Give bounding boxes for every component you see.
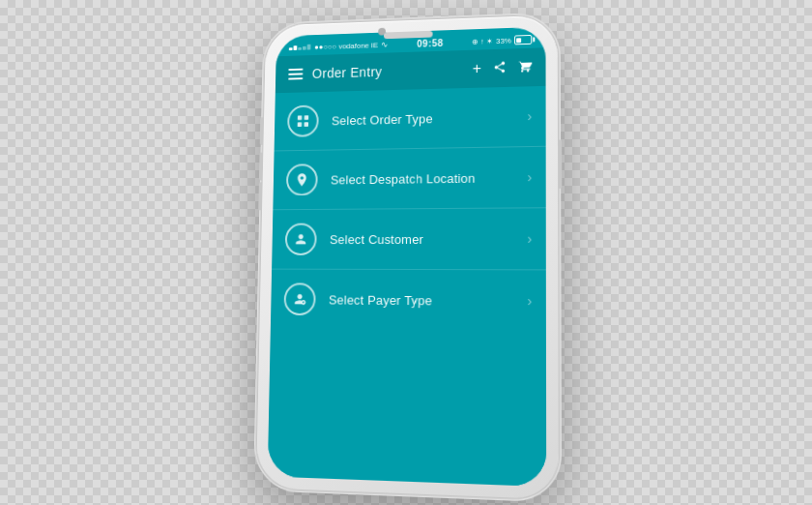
- customer-icon-circle: [285, 223, 317, 255]
- header-right: +: [473, 60, 533, 77]
- menu-item-despatch-location[interactable]: Select Despatch Location ›: [273, 147, 545, 210]
- battery-fill: [517, 38, 521, 43]
- signal-dot-1: [289, 47, 293, 50]
- wifi-icon: ∿: [381, 40, 389, 49]
- screen-content: ●●○○○ vodafone IE ∿ 09:58 ⊕ ↑ ✶ 33% Or: [268, 27, 546, 488]
- hamburger-line-2: [288, 73, 303, 74]
- menu-item-payer-type[interactable]: Select Payer Type ›: [271, 270, 546, 333]
- app-title: Order Entry: [312, 64, 383, 80]
- menu-button[interactable]: [288, 69, 303, 80]
- despatch-icon-circle: [286, 163, 318, 195]
- menu-item-customer[interactable]: Select Customer ›: [272, 208, 546, 270]
- share-button[interactable]: [493, 60, 507, 75]
- battery-pct-label: 33%: [496, 36, 511, 45]
- cart-button[interactable]: [518, 60, 532, 75]
- hamburger-line-1: [288, 69, 303, 71]
- signal-dot-3: [298, 47, 302, 50]
- svg-rect-3: [304, 122, 309, 127]
- person-badge-icon: [292, 291, 307, 307]
- status-icons: ⊕ ↑ ✶: [472, 37, 493, 46]
- status-bar-right: ⊕ ↑ ✶ 33%: [472, 35, 533, 46]
- payer-arrow: ›: [528, 293, 533, 309]
- signal-strength: [289, 45, 311, 50]
- time-display: 09:58: [417, 38, 444, 49]
- customer-arrow: ›: [528, 231, 533, 247]
- battery-icon: [514, 35, 532, 45]
- svg-rect-0: [298, 115, 302, 120]
- signal-dot-2: [293, 45, 297, 50]
- signal-dot-5: [307, 45, 311, 50]
- order-type-arrow: ›: [528, 108, 533, 124]
- order-type-icon-circle: [287, 104, 319, 136]
- hamburger-line-3: [288, 77, 303, 79]
- phone-device: ●●○○○ vodafone IE ∿ 09:58 ⊕ ↑ ✶ 33% Or: [256, 15, 559, 499]
- person-icon: [293, 231, 308, 247]
- despatch-arrow: ›: [528, 169, 533, 185]
- grid-icon: [296, 113, 310, 129]
- order-type-label: Select Order Type: [332, 111, 433, 128]
- carrier-label: ●●○○○ vodafone IE: [314, 41, 378, 51]
- signal-dot-4: [303, 46, 306, 50]
- customer-label: Select Customer: [330, 232, 423, 247]
- despatch-location-label: Select Despatch Location: [331, 170, 476, 187]
- payer-icon-circle: [283, 282, 315, 315]
- pin-icon: [295, 172, 310, 188]
- header-left: Order Entry: [288, 64, 382, 81]
- status-bar-left: ●●○○○ vodafone IE ∿: [289, 40, 390, 52]
- svg-rect-2: [298, 122, 302, 127]
- svg-rect-1: [304, 115, 309, 120]
- add-button[interactable]: +: [473, 61, 481, 76]
- menu-list: Select Order Type › Select Despatch Loca…: [268, 86, 546, 487]
- menu-item-order-type[interactable]: Select Order Type ›: [275, 86, 546, 152]
- payer-type-label: Select Payer Type: [329, 292, 432, 308]
